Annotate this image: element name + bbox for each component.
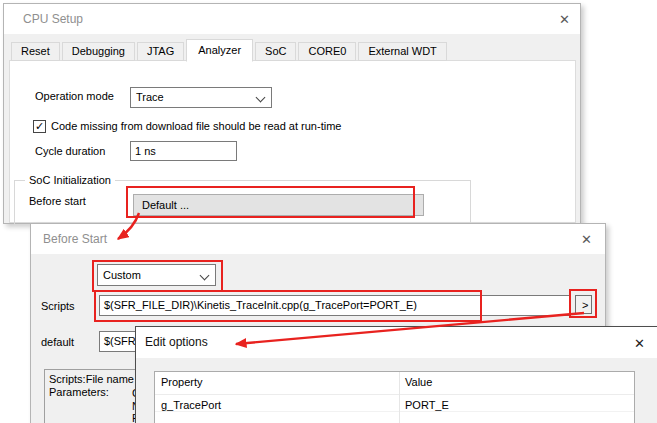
close-icon[interactable]: ✕ bbox=[581, 233, 592, 246]
operation-mode-label: Operation mode bbox=[35, 90, 114, 102]
before-start-default-button[interactable]: Default ... bbox=[133, 194, 424, 216]
operation-mode-value: Trace bbox=[136, 91, 164, 103]
scripts-input[interactable]: $(SFR_FILE_DIR)\Kinetis_TraceInit.cpp(g_… bbox=[99, 295, 571, 316]
before-start-label: Before start bbox=[29, 195, 86, 207]
code-missing-checkbox[interactable]: ✓ bbox=[33, 120, 46, 133]
screenshot-root: CPU Setup ✕ Reset Debugging JTAG Analyze… bbox=[0, 0, 657, 423]
cycle-duration-input[interactable]: 1 ns bbox=[130, 141, 237, 161]
before-start-titlebar: Before Start ✕ bbox=[31, 224, 605, 254]
default-label: default bbox=[41, 336, 74, 348]
tab-analyzer[interactable]: Analyzer bbox=[186, 39, 253, 62]
tab-external-wdt[interactable]: External WDT bbox=[358, 42, 446, 61]
chevron-down-icon bbox=[200, 271, 210, 281]
column-header-value[interactable]: Value bbox=[399, 372, 634, 394]
soc-initialization-group: SoC Initialization Before start Default … bbox=[14, 180, 471, 225]
options-table-header: Property Value bbox=[155, 372, 634, 395]
tab-jtag[interactable]: JTAG bbox=[137, 42, 184, 61]
chevron-down-icon bbox=[256, 93, 266, 103]
before-start-title: Before Start bbox=[43, 224, 107, 254]
analyzer-tab-page: Operation mode Trace ✓ Code missing from… bbox=[9, 60, 576, 223]
scripts-label: Scripts bbox=[41, 300, 75, 312]
cpu-setup-window: CPU Setup ✕ Reset Debugging JTAG Analyze… bbox=[3, 3, 581, 224]
close-icon[interactable]: ✕ bbox=[559, 13, 570, 26]
cpu-setup-tabstrip: Reset Debugging JTAG Analyzer SoC CORE0 … bbox=[11, 37, 449, 61]
operation-mode-select[interactable]: Trace bbox=[130, 87, 272, 108]
edit-options-title: Edit options bbox=[145, 327, 208, 358]
tab-debugging[interactable]: Debugging bbox=[62, 42, 135, 61]
mode-select[interactable]: Custom bbox=[97, 264, 216, 286]
scripts-expand-button[interactable]: > bbox=[575, 295, 592, 314]
code-missing-checkbox-label: Code missing from download file should b… bbox=[51, 120, 341, 132]
column-header-property[interactable]: Property bbox=[155, 372, 399, 394]
tab-soc[interactable]: SoC bbox=[255, 42, 296, 61]
options-table: Property Value g_TracePort PORT_E bbox=[154, 371, 635, 423]
mode-select-value: Custom bbox=[103, 269, 141, 281]
tab-reset[interactable]: Reset bbox=[11, 42, 60, 61]
cpu-setup-title: CPU Setup bbox=[23, 4, 83, 34]
edit-options-titlebar: Edit options ✕ bbox=[136, 327, 657, 358]
cpu-setup-titlebar: CPU Setup ✕ bbox=[4, 4, 580, 34]
cycle-duration-label: Cycle duration bbox=[35, 145, 105, 157]
table-row[interactable]: g_TracePort PORT_E bbox=[155, 395, 634, 412]
tab-core0[interactable]: CORE0 bbox=[298, 42, 356, 61]
cell-property[interactable]: g_TracePort bbox=[155, 395, 399, 411]
cell-value[interactable]: PORT_E bbox=[399, 395, 634, 411]
soc-initialization-group-label: SoC Initialization bbox=[25, 174, 115, 186]
edit-options-window: Edit options ✕ Property Value g_TracePor… bbox=[135, 326, 657, 423]
close-icon[interactable]: ✕ bbox=[634, 337, 645, 350]
column-divider bbox=[399, 372, 400, 423]
